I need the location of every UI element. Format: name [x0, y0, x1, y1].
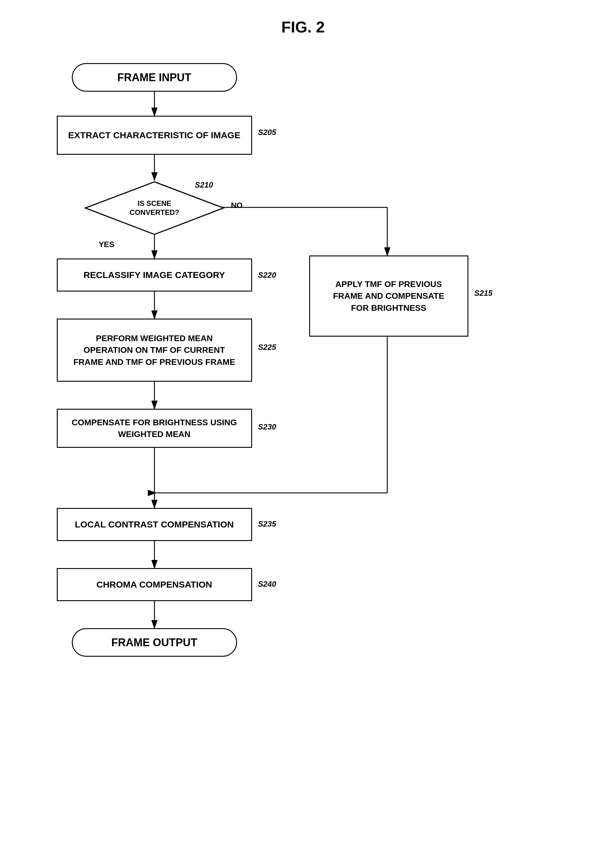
weighted-mean-node: PERFORM WEIGHTED MEANOPERATION ON TMF OF… [57, 319, 252, 382]
step-s235: S235 [258, 519, 277, 529]
reclassify-node: RECLASSIFY IMAGE CATEGORY [57, 259, 252, 291]
frame-output-node: FRAME OUTPUT [72, 628, 237, 657]
step-s230: S230 [258, 422, 277, 432]
page-title: FIG. 2 [281, 18, 325, 36]
frame-input-node: FRAME INPUT [72, 63, 237, 91]
step-s225: S225 [258, 343, 277, 352]
no-label: NO [231, 201, 243, 210]
step-s240: S240 [258, 580, 277, 589]
step-s210: S210 [195, 180, 213, 190]
yes-label: YES [99, 240, 114, 249]
svg-text:IS SCENE: IS SCENE [137, 199, 171, 208]
flowchart: FRAME INPUT EXTRACT CHARACTERISTIC OF IM… [48, 54, 558, 851]
apply-tmf-node: APPLY TMF OF PREVIOUSFRAME AND COMPENSAT… [309, 256, 468, 336]
step-s220: S220 [258, 271, 277, 280]
extract-characteristic-node: EXTRACT CHARACTERISTIC OF IMAGE [57, 116, 252, 155]
local-contrast-node: LOCAL CONTRAST COMPENSATION [57, 508, 252, 541]
compensate-brightness-node: COMPENSATE FOR BRIGHTNESS USINGWEIGHTED … [57, 409, 252, 448]
step-s205: S205 [258, 128, 277, 137]
step-s215: S215 [475, 288, 493, 298]
svg-text:CONVERTED?: CONVERTED? [130, 208, 179, 216]
chroma-node: CHROMA COMPENSATION [57, 568, 252, 601]
